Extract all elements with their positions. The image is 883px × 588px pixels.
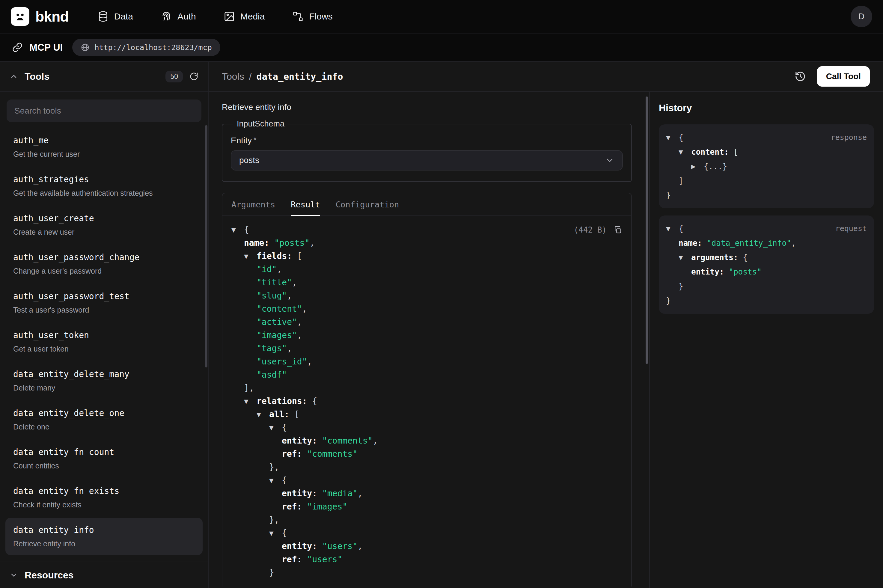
json-meta-label: (442 B) (574, 223, 607, 237)
json-line: ▼{ (231, 526, 622, 540)
tool-name: data_entity_delete_one (13, 408, 195, 419)
response-json: ▼{response▼content: [▶{...}]} (666, 130, 867, 202)
tab-arguments[interactable]: Arguments (231, 193, 275, 216)
search-wrap (0, 92, 208, 127)
copy-icon[interactable] (613, 225, 622, 234)
json-line: ref: "comments" (231, 447, 622, 460)
resources-section-header[interactable]: Resources (0, 562, 208, 588)
tool-list-item[interactable]: auth_user_password_changeChange a user's… (5, 245, 202, 282)
tab-result[interactable]: Result (291, 193, 320, 216)
json-line: "users_id", (231, 355, 622, 368)
tree-toggle-collapsed-icon[interactable]: ▶ (691, 159, 704, 174)
refresh-icon[interactable] (189, 72, 198, 81)
json-line: entity: "posts" (666, 265, 867, 279)
main-split: Retrieve entity info InputSchema Entity*… (208, 92, 883, 588)
json-line: } (666, 293, 867, 308)
tools-section-header[interactable]: Tools 50 (0, 62, 208, 92)
tool-description: Retrieve entity info (13, 539, 195, 549)
search-input[interactable] (7, 99, 201, 122)
nav-item-flows[interactable]: Flows (292, 11, 333, 22)
tree-toggle-expanded-icon[interactable]: ▼ (231, 223, 244, 237)
brand[interactable]: bknd (11, 7, 69, 26)
header-actions: Call Tool (794, 66, 870, 87)
history-cards: ▼{response▼content: [▶{...}]}▼{requestna… (659, 124, 874, 314)
tool-list-item[interactable]: auth_user_password_testTest a user's pas… (5, 284, 202, 321)
json-line: "asdf" (231, 368, 622, 381)
tool-list-item[interactable]: auth_meGet the current user (5, 128, 202, 165)
tools-count-badge: 50 (165, 71, 183, 82)
tool-list-item[interactable]: data_entity_delete_manyDelete many (5, 362, 202, 399)
chevron-up-icon[interactable] (10, 72, 18, 81)
tool-name: auth_user_create (13, 213, 195, 224)
json-line: ▼{ (231, 421, 622, 434)
tree-toggle-expanded-icon[interactable]: ▼ (666, 222, 679, 236)
tree-toggle-expanded-icon[interactable]: ▼ (269, 526, 282, 540)
chevron-down-icon[interactable] (10, 571, 18, 579)
tool-description: Delete one (13, 422, 195, 432)
tool-name: auth_user_password_change (13, 252, 195, 263)
breadcrumb-section[interactable]: Tools (222, 71, 244, 82)
tree-toggle-expanded-icon[interactable]: ▼ (269, 421, 282, 434)
json-line: entity: "media", (231, 487, 622, 500)
tool-list-item[interactable]: auth_strategiesGet the available authent… (5, 167, 202, 204)
json-line: }, (231, 513, 622, 526)
tool-list-item[interactable]: data_entity_fn_existsCheck if entity exi… (5, 479, 202, 516)
tree-toggle-expanded-icon[interactable]: ▼ (244, 250, 256, 263)
tree-toggle-expanded-icon[interactable]: ▼ (666, 130, 679, 145)
history-response-card[interactable]: ▼{response▼content: [▶{...}]} (659, 124, 874, 208)
tool-description: Get a user token (13, 344, 195, 354)
tool-name: auth_strategies (13, 174, 195, 185)
sidebar-scrollbar[interactable] (205, 125, 207, 368)
tab-configuration[interactable]: Configuration (336, 193, 399, 216)
nav-item-media[interactable]: Media (223, 11, 265, 22)
tool-name: data_entity_info (13, 525, 195, 536)
tool-list-item[interactable]: auth_user_tokenGet a user token (5, 323, 202, 360)
entity-field-label: Entity* (231, 136, 623, 146)
tree-toggle-expanded-icon[interactable]: ▼ (679, 250, 691, 265)
tool-name: auth_me (13, 135, 195, 146)
json-line: ▼content: [ (666, 145, 867, 159)
tool-list-item[interactable]: data_entity_fn_countCount entities (5, 440, 202, 477)
nav-item-label: Flows (309, 11, 333, 22)
json-line: name: "posts", (231, 237, 622, 250)
brand-text: bknd (35, 8, 69, 25)
json-line: entity: "comments", (231, 434, 622, 447)
main-scrollbar[interactable] (646, 96, 648, 364)
history-request-card[interactable]: ▼{requestname: "data_entity_info",▼argum… (659, 216, 874, 314)
json-meta-label: response (831, 130, 867, 145)
json-line: ▼{response (666, 130, 867, 145)
user-avatar[interactable]: D (851, 6, 872, 27)
mcp-title: MCP UI (29, 42, 63, 53)
tree-toggle-expanded-icon[interactable]: ▼ (269, 474, 282, 487)
tool-description: Get the available authentication strateg… (13, 188, 195, 198)
tool-list-item[interactable]: data_entity_infoRetrieve entity info (5, 518, 202, 555)
tool-list-item[interactable]: auth_user_createCreate a new user (5, 206, 202, 243)
tool-list-item[interactable]: data_entity_delete_oneDelete one (5, 401, 202, 438)
json-line: "active", (231, 316, 622, 329)
nav-item-label: Data (114, 11, 133, 22)
tree-toggle-expanded-icon[interactable]: ▼ (256, 408, 269, 421)
mcp-link-icon (12, 42, 23, 53)
call-tool-button[interactable]: Call Tool (817, 66, 870, 87)
json-line: "content", (231, 302, 622, 316)
nav-item-data[interactable]: Data (97, 11, 133, 22)
json-line: "id", (231, 263, 622, 276)
mcp-url-pill[interactable]: http://localhost:28623/mcp (72, 39, 220, 56)
tree-toggle-expanded-icon[interactable]: ▼ (244, 395, 256, 408)
nav-item-auth[interactable]: Auth (160, 11, 196, 22)
tool-name: data_entity_fn_count (13, 447, 195, 458)
tool-description: Test a user's password (13, 305, 195, 315)
tool-description: Change a user's password (13, 266, 195, 276)
main-scroll-gutter (645, 92, 649, 588)
request-json: ▼{requestname: "data_entity_info",▼argum… (666, 222, 867, 308)
tool-detail-panel: Retrieve entity info InputSchema Entity*… (208, 92, 645, 588)
json-line: ], (231, 381, 622, 395)
tool-description: Create a new user (13, 227, 195, 237)
nav-item-label: Media (240, 11, 265, 22)
tree-toggle-expanded-icon[interactable]: ▼ (679, 145, 691, 159)
required-mark: * (253, 136, 256, 144)
entity-select[interactable]: posts (231, 150, 623, 171)
history-icon[interactable] (794, 70, 806, 82)
json-line: entity: "users", (231, 540, 622, 553)
resources-title: Resources (25, 570, 74, 581)
